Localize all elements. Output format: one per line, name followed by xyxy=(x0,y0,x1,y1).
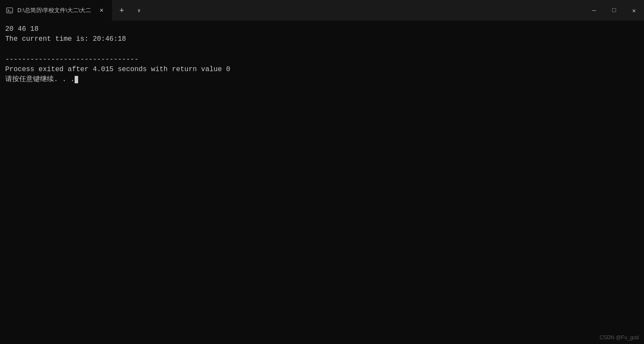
close-button[interactable]: ✕ xyxy=(624,0,644,21)
svg-rect-0 xyxy=(7,8,13,13)
output-line-5: Process exited after 4.015 seconds with … xyxy=(5,65,639,75)
maximize-button[interactable]: □ xyxy=(604,0,624,21)
output-line-3 xyxy=(5,44,639,54)
titlebar: D:\总简历\学校文件\大二\大二 ✕ + ∨ — □ ✕ xyxy=(0,0,644,21)
window-controls: — □ ✕ xyxy=(584,0,644,21)
new-tab-button[interactable]: + xyxy=(112,0,131,21)
terminal-icon xyxy=(6,7,13,14)
terminal-cursor xyxy=(75,76,78,83)
tab-dropdown-button[interactable]: ∨ xyxy=(131,0,147,21)
output-line-4: -------------------------------- xyxy=(5,55,639,65)
output-line-2: The current time is: 20:46:18 xyxy=(5,34,639,44)
output-line-6: 请按任意键继续. . . xyxy=(5,75,639,85)
terminal-body: 20 46 18 The current time is: 20:46:18 -… xyxy=(0,21,644,344)
tab-title: D:\总简历\学校文件\大二\大二 xyxy=(17,7,91,14)
titlebar-left: D:\总简历\学校文件\大二\大二 ✕ + ∨ xyxy=(0,0,584,21)
tab-close-button[interactable]: ✕ xyxy=(97,6,106,15)
minimize-button[interactable]: — xyxy=(584,0,604,21)
output-line-1: 20 46 18 xyxy=(5,24,639,34)
watermark: CSDN @Fu_god xyxy=(600,334,639,341)
active-tab[interactable]: D:\总简历\学校文件\大二\大二 ✕ xyxy=(0,0,112,21)
